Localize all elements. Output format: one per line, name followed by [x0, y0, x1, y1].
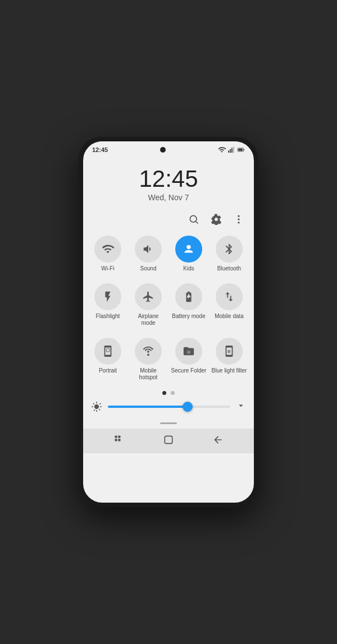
- tile-securefolder[interactable]: Secure Folder: [168, 333, 209, 385]
- clock-date: Wed, Nov 7: [83, 193, 254, 202]
- svg-rect-3: [233, 146, 234, 153]
- securefolder-icon: [183, 345, 195, 357]
- svg-point-11: [238, 222, 239, 223]
- search-button[interactable]: [188, 213, 200, 226]
- svg-rect-6: [244, 149, 244, 150]
- flashlight-icon: [102, 291, 114, 303]
- clock-time: 12:45: [83, 167, 254, 191]
- battery-mode-label: Battery mode: [172, 313, 205, 320]
- hotspot-label: Mobile hotspot: [130, 367, 166, 381]
- phone-shell: 12:45: [79, 137, 258, 507]
- securefolder-label: Secure Folder: [171, 367, 207, 374]
- airplane-icon-wrap: [135, 283, 162, 310]
- svg-rect-23: [118, 436, 120, 438]
- tile-kids[interactable]: Kids: [168, 231, 209, 277]
- page-dot-2[interactable]: [171, 391, 175, 395]
- slider-thumb: [183, 402, 193, 412]
- sound-icon: [142, 243, 154, 255]
- svg-point-13: [186, 246, 188, 247]
- camera-notch: [160, 147, 166, 153]
- mobiledata-icon: [223, 291, 235, 303]
- bluelight-icon: B: [223, 345, 235, 357]
- svg-point-14: [189, 246, 190, 247]
- tile-portrait[interactable]: Portrait: [88, 333, 128, 385]
- nav-bar: [83, 429, 254, 453]
- svg-rect-1: [230, 149, 231, 153]
- portrait-icon-wrap: [94, 338, 121, 365]
- svg-text:B: B: [227, 349, 230, 354]
- flashlight-icon-wrap: [94, 283, 121, 310]
- recent-apps-button[interactable]: [113, 434, 125, 445]
- hotspot-icon: [142, 345, 154, 357]
- svg-line-8: [196, 222, 198, 224]
- svg-rect-15: [106, 348, 110, 352]
- svg-point-16: [147, 354, 149, 356]
- kids-icon-wrap: [175, 236, 202, 263]
- expand-button[interactable]: [236, 401, 246, 413]
- tile-sound[interactable]: Sound: [128, 231, 168, 277]
- portrait-label: Portrait: [99, 367, 117, 374]
- tile-flashlight[interactable]: Flashlight: [88, 279, 128, 331]
- securefolder-icon-wrap: [175, 338, 202, 365]
- brightness-icon: [91, 401, 102, 412]
- home-button[interactable]: [163, 434, 174, 445]
- bluetooth-icon: [223, 243, 235, 255]
- status-icons: [218, 146, 245, 154]
- portrait-icon: [102, 345, 114, 357]
- svg-point-7: [190, 215, 197, 222]
- home-indicator: [160, 422, 177, 424]
- tile-mobiledata[interactable]: Mobile data: [209, 279, 249, 331]
- kids-label: Kids: [183, 265, 194, 272]
- bluelight-icon-wrap: B: [216, 338, 243, 365]
- mobiledata-label: Mobile data: [215, 313, 244, 320]
- tile-wifi[interactable]: Wi-Fi: [88, 231, 128, 277]
- svg-point-9: [238, 215, 239, 217]
- tile-battery[interactable]: Battery mode: [168, 279, 209, 331]
- battery-mode-icon: [183, 291, 195, 303]
- signal-icon: [227, 146, 235, 154]
- wifi-status-icon: [218, 146, 226, 154]
- svg-point-10: [238, 218, 239, 220]
- mobiledata-icon-wrap: [216, 283, 243, 310]
- airplane-label: Airplane mode: [130, 313, 166, 326]
- flashlight-label: Flashlight: [96, 313, 120, 320]
- brightness-slider[interactable]: [108, 406, 230, 408]
- settings-button[interactable]: [210, 213, 222, 226]
- bottom-bar-line: [83, 415, 254, 429]
- tile-hotspot[interactable]: Mobile hotspot: [128, 333, 168, 385]
- hotspot-icon-wrap: [135, 338, 162, 365]
- page-dots: [83, 388, 254, 398]
- status-bar: 12:45: [83, 141, 254, 156]
- battery-mode-icon-wrap: [175, 283, 202, 310]
- clock-section: 12:45 Wed, Nov 7: [83, 156, 254, 208]
- quick-actions-header: [83, 208, 254, 229]
- svg-rect-25: [165, 436, 172, 443]
- svg-rect-24: [118, 439, 120, 441]
- svg-rect-21: [115, 436, 117, 438]
- svg-rect-0: [228, 150, 229, 153]
- wifi-icon: [102, 243, 114, 255]
- brightness-row: [83, 398, 254, 415]
- battery-icon: [237, 146, 245, 154]
- tile-airplane[interactable]: Airplane mode: [128, 279, 168, 331]
- svg-rect-20: [160, 422, 177, 424]
- tile-bluetooth[interactable]: Bluetooth: [209, 231, 249, 277]
- wifi-icon-wrap: [94, 236, 121, 263]
- kids-icon: [183, 243, 195, 255]
- slider-fill: [108, 406, 188, 408]
- tile-bluelight[interactable]: B Blue light filter: [209, 333, 249, 385]
- wifi-label: Wi-Fi: [101, 265, 114, 272]
- airplane-icon: [142, 291, 154, 303]
- bluetooth-label: Bluetooth: [217, 265, 241, 272]
- svg-rect-2: [231, 148, 233, 153]
- bluetooth-icon-wrap: [216, 236, 243, 263]
- back-button[interactable]: [212, 434, 224, 445]
- svg-rect-22: [115, 439, 117, 441]
- sound-label: Sound: [140, 265, 157, 272]
- more-button[interactable]: [233, 213, 245, 226]
- status-time: 12:45: [92, 146, 108, 153]
- tiles-grid: Wi-Fi Sound: [83, 229, 254, 388]
- page-dot-1[interactable]: [162, 391, 166, 395]
- sound-icon-wrap: [135, 236, 162, 263]
- svg-rect-5: [238, 149, 243, 151]
